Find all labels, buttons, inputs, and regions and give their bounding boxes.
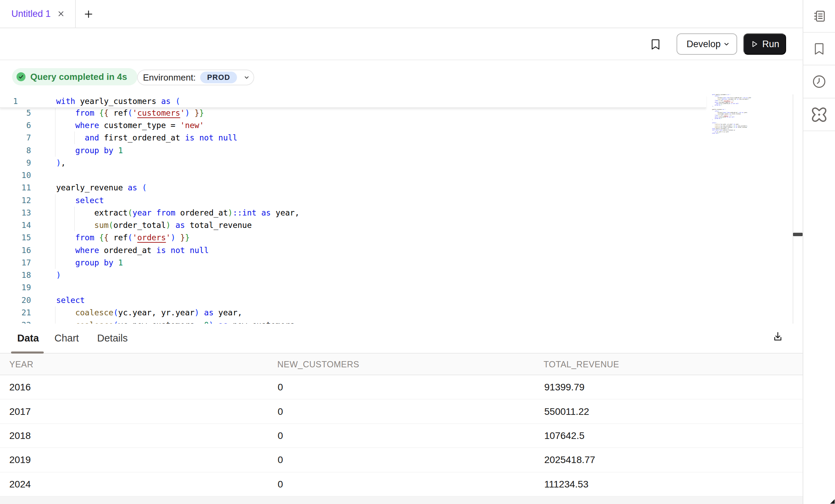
editor-line[interactable]: 5 from {{ ref('customers') }} — [0, 107, 793, 119]
code-line[interactable]: group by 1 — [56, 144, 123, 157]
indent-guide — [55, 132, 56, 144]
editor-line[interactable]: 8 group by 1 — [0, 144, 793, 157]
indent-guide — [55, 119, 56, 132]
plus-icon[interactable] — [83, 9, 94, 19]
editor-line[interactable]: 9), — [0, 157, 793, 169]
editor-line[interactable]: 6 where customer_type = 'new' — [0, 119, 793, 132]
close-icon[interactable] — [57, 10, 65, 18]
editor-line[interactable]: 15 from {{ ref('orders') }} — [0, 231, 793, 244]
results-tab-data[interactable]: Data — [17, 333, 39, 344]
code-line[interactable]: select — [56, 294, 85, 306]
table-cell: 2018 — [9, 424, 31, 448]
editor-line[interactable]: 19 — [0, 281, 793, 294]
code-line[interactable]: sum(order_total) as total_revenue — [56, 219, 252, 231]
code-line[interactable]: where ordered_at is not null — [56, 244, 209, 256]
code-editor[interactable]: 1with yearly_customers as ( 5 from {{ re… — [0, 95, 793, 324]
table-cell: 91399.79 — [544, 375, 585, 399]
table-cell: 0 — [278, 399, 283, 423]
sticky-scroll-line[interactable]: 1with yearly_customers as ( — [0, 95, 706, 108]
bookmark-icon[interactable] — [650, 38, 661, 51]
resize-grip-icon[interactable] — [830, 499, 835, 504]
editor-line[interactable]: 22 coalesce(yc.new_customers, 0) as new_… — [0, 319, 793, 324]
line-number: 19 — [0, 281, 31, 294]
results-tab-chart[interactable]: Chart — [54, 333, 79, 344]
line-number: 15 — [0, 231, 31, 244]
editor-line[interactable]: 17 group by 1 — [0, 256, 793, 269]
indent-guide — [55, 207, 56, 219]
environment-value-chip: PROD — [200, 72, 237, 83]
editor-line[interactable]: 11yearly_revenue as ( — [0, 181, 793, 194]
code-line[interactable]: coalesce(yc.new_customers, 0) as new_cus… — [56, 319, 299, 324]
tab-untitled-1[interactable]: Untitled 1 — [0, 0, 76, 28]
ref-link[interactable]: customers — [137, 108, 180, 117]
line-number: 8 — [0, 144, 31, 157]
run-button[interactable]: Run — [743, 33, 786, 55]
indent-guide — [55, 219, 56, 231]
editor-line[interactable]: 18) — [0, 269, 793, 281]
editor-line[interactable]: 14 sum(order_total) as total_revenue — [0, 219, 793, 231]
editor-line[interactable]: 13 extract(year from ordered_at)::int as… — [0, 207, 793, 219]
table-row[interactable]: 20170550011.22 — [0, 399, 803, 423]
editor-line[interactable]: 21 coalesce(yc.year, yr.year) as year, — [0, 306, 793, 319]
editor-line[interactable]: 10 — [0, 169, 793, 181]
chevron-down-icon — [723, 40, 730, 48]
code-line[interactable]: yearly_revenue as ( — [56, 181, 147, 194]
tab-label: Untitled 1 — [11, 9, 51, 19]
line-number: 16 — [0, 244, 31, 256]
environment-label: Environment: — [143, 72, 196, 83]
pane-resize-handle[interactable] — [793, 233, 803, 236]
code-line[interactable]: from {{ ref('customers') }} — [56, 107, 204, 119]
code-line[interactable]: from {{ ref('orders') }} — [56, 231, 190, 244]
dbt-logo-icon — [810, 106, 828, 124]
code-line[interactable]: coalesce(yc.year, yr.year) as year, — [56, 306, 242, 319]
line-number: 21 — [0, 306, 31, 319]
ref-link[interactable]: orders — [137, 233, 166, 242]
code-line[interactable]: ), — [56, 157, 66, 169]
pane-divider — [793, 94, 793, 324]
editor-minimap[interactable]: with yearly_customers as ( select extrac… — [712, 94, 751, 136]
indent-guide — [55, 306, 56, 319]
indent-guide — [55, 194, 56, 207]
bookmark-icon — [813, 42, 826, 56]
code-line[interactable]: where customer_type = 'new' — [56, 119, 204, 132]
code-line[interactable]: with yearly_customers as ( — [56, 95, 180, 107]
results-tab-details[interactable]: Details — [97, 333, 128, 344]
code-line[interactable]: group by 1 — [56, 256, 123, 269]
tab-bar: Untitled 1 — [0, 0, 803, 28]
table-cell: 0 — [278, 448, 283, 472]
chevron-down-icon — [243, 74, 250, 81]
dbt-panel-button[interactable] — [803, 98, 835, 131]
table-row[interactable]: 20240111234.53 — [0, 472, 803, 496]
line-number: 5 — [0, 107, 31, 119]
code-line[interactable]: and first_ordered_at is not null — [56, 132, 237, 144]
line-number: 1 — [13, 95, 18, 107]
develop-button[interactable]: Develop — [677, 33, 737, 55]
clock-icon — [811, 74, 827, 90]
table-cell: 2017 — [9, 399, 31, 423]
line-number: 17 — [0, 256, 31, 269]
results-tab-bar: DataChartDetails — [0, 324, 803, 354]
table-row[interactable]: 20180107642.5 — [0, 424, 803, 448]
run-label: Run — [762, 39, 780, 50]
editor-line[interactable]: 20select — [0, 294, 793, 306]
editor-line[interactable]: 16 where ordered_at is not null — [0, 244, 793, 256]
table-row[interactable]: 2016091399.79 — [0, 375, 803, 399]
code-line[interactable]: ) — [56, 269, 61, 281]
indent-guide — [55, 231, 56, 244]
column-header-new_customers: NEW_CUSTOMERS — [277, 354, 359, 375]
code-line[interactable]: select — [56, 194, 104, 207]
download-icon[interactable] — [772, 330, 784, 343]
editor-line[interactable]: 7 and first_ordered_at is not null — [0, 132, 793, 144]
line-number: 10 — [0, 169, 31, 181]
outline-panel-button[interactable] — [803, 0, 835, 33]
editor-line[interactable]: 12 select — [0, 194, 793, 207]
bookmarks-panel-button[interactable] — [803, 33, 835, 65]
environment-selector[interactable]: Environment: PROD — [137, 70, 254, 85]
history-panel-button[interactable] — [803, 65, 835, 98]
table-cell: 2019 — [9, 448, 31, 472]
table-row[interactable]: 201902025418.77 — [0, 448, 803, 472]
code-line[interactable]: extract(year from ordered_at)::int as ye… — [56, 207, 299, 219]
table-cell: 107642.5 — [544, 424, 585, 448]
line-number: 20 — [0, 294, 31, 306]
indent-guide — [55, 244, 56, 256]
